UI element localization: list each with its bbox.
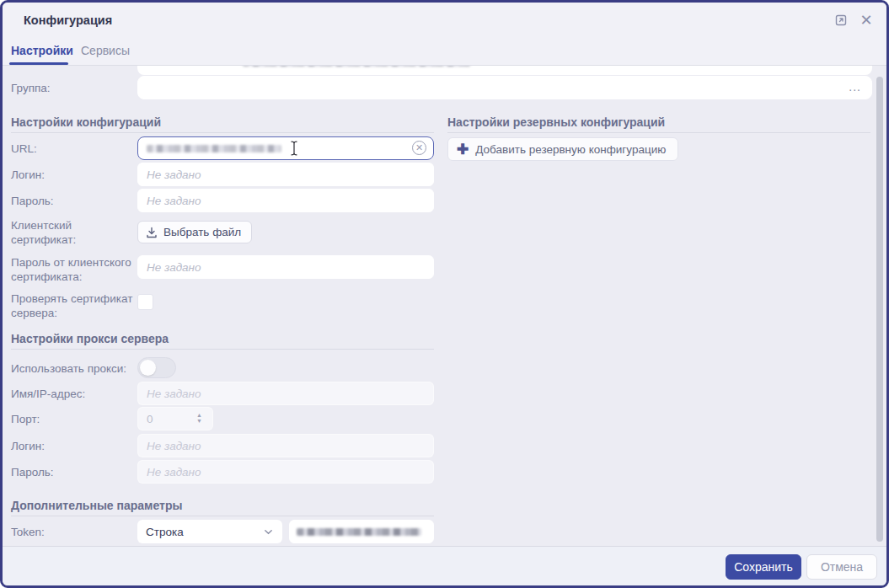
dialog-title: Конфигурация [24, 13, 112, 27]
tab-settings[interactable]: Настройки [11, 44, 73, 57]
vertical-scrollbar[interactable] [876, 77, 883, 542]
text-cursor [290, 141, 298, 156]
password-input[interactable] [137, 189, 434, 212]
dialog-titlebar: Конфигурация ✕ [3, 3, 886, 38]
proxy-section-title: Настройки прокси сервера [11, 332, 169, 345]
url-input[interactable]: ✕ [137, 136, 434, 160]
verify-cert-label: Проверять сертификат сервера: [11, 292, 137, 321]
cancel-button[interactable]: Отмена [806, 554, 877, 580]
toggle-knob [140, 360, 156, 376]
verify-cert-checkbox[interactable] [137, 294, 153, 310]
choose-file-label: Выбрать файл [163, 226, 241, 238]
token-type-select[interactable]: Строка [137, 520, 282, 543]
close-icon[interactable]: ✕ [858, 12, 875, 29]
active-tab-indicator [9, 62, 68, 65]
proxy-login-input[interactable] [137, 434, 434, 457]
dialog-footer: Сохранить Отмена [3, 546, 886, 585]
tab-bar: Настройки Сервисы [3, 38, 886, 66]
proxy-login-label: Логин: [11, 440, 137, 454]
token-value-input[interactable] [289, 520, 434, 543]
token-type-value: Строка [146, 526, 184, 538]
divider [11, 516, 434, 516]
client-cert-label: Клиентский сертификат: [11, 219, 137, 248]
config-section-title: Настройки конфигураций [11, 115, 161, 129]
group-more-button[interactable]: ... [849, 80, 861, 94]
use-proxy-label: Использовать прокси: [11, 362, 137, 377]
cert-password-label: Пароль от клиентского сертификата: [11, 256, 137, 285]
download-icon [146, 227, 158, 238]
add-backup-config-button[interactable]: ✚ Добавить резервную конфигурацию [447, 137, 678, 161]
group-input[interactable]: ... [137, 76, 872, 99]
extra-section-title: Дополнительные параметры [11, 499, 182, 512]
redacted-text [297, 528, 421, 536]
port-stepper[interactable]: ▲▼ [196, 413, 202, 424]
proxy-port-label: Порт: [11, 413, 137, 427]
choose-file-button[interactable]: Выбрать файл [137, 221, 252, 243]
save-button[interactable]: Сохранить [726, 554, 801, 580]
proxy-host-label: Имя/IP-адрес: [11, 388, 137, 402]
configuration-dialog: Группа: ... Настройки конфигураций URL: … [0, 0, 889, 588]
divider [11, 349, 434, 350]
stepper-down-icon: ▼ [196, 419, 202, 425]
settings-scroll-area: Группа: ... Настройки конфигураций URL: … [3, 3, 886, 546]
add-backup-config-label: Добавить резервную конфигурацию [475, 143, 666, 156]
backup-section-title: Настройки резервных конфигураций [447, 115, 665, 129]
proxy-password-input[interactable] [137, 460, 434, 484]
group-label: Группа: [11, 82, 137, 96]
proxy-password-label: Пароль: [11, 466, 137, 480]
redacted-text [147, 145, 281, 152]
proxy-host-input[interactable] [137, 382, 434, 405]
login-label: Логин: [11, 168, 137, 183]
url-label: URL: [11, 142, 137, 157]
password-label: Пароль: [11, 195, 137, 209]
use-proxy-toggle[interactable] [137, 357, 176, 378]
clear-icon[interactable]: ✕ [412, 141, 426, 155]
token-label: Token: [11, 526, 137, 540]
login-input[interactable] [137, 163, 434, 186]
maximize-icon[interactable] [833, 12, 849, 29]
chevron-down-icon [263, 527, 274, 537]
tab-services[interactable]: Сервисы [81, 44, 130, 57]
plus-icon: ✚ [457, 142, 469, 157]
divider [447, 132, 870, 133]
cert-password-input[interactable] [137, 255, 434, 279]
divider [11, 132, 434, 133]
